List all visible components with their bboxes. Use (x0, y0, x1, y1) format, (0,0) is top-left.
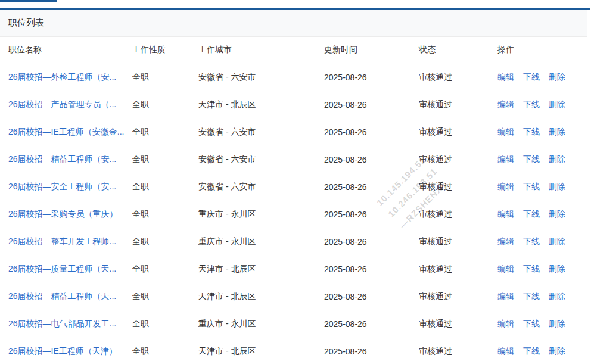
job-table: 职位名称 工作性质 工作城市 更新时间 状态 操作 26届校招—外检工程师（安.… (0, 37, 587, 364)
job-type-cell: 全职 (124, 64, 190, 91)
job-type-cell: 全职 (124, 119, 190, 146)
edit-link[interactable]: 编辑 (497, 209, 514, 219)
offline-link[interactable]: 下线 (523, 237, 540, 246)
column-header-job-name: 职位名称 (0, 37, 124, 64)
row-actions: 编辑 下线 删除 (489, 338, 587, 364)
job-city-cell: 安徽省 - 六安市 (190, 64, 316, 91)
job-type-cell: 全职 (124, 91, 190, 119)
job-title-link[interactable]: 26届校招—外检工程师（安... (8, 72, 116, 82)
job-city-cell: 安徽省 - 六安市 (190, 146, 316, 173)
column-header-city: 工作城市 (190, 37, 316, 64)
edit-link[interactable]: 编辑 (497, 154, 514, 164)
delete-link[interactable]: 删除 (549, 319, 565, 328)
row-actions: 编辑 下线 删除 (489, 201, 587, 228)
row-actions: 编辑 下线 删除 (489, 283, 587, 310)
job-status-cell: 审核通过 (410, 256, 489, 283)
edit-link[interactable]: 编辑 (497, 72, 514, 82)
page-title: 职位列表 (8, 17, 44, 29)
offline-link[interactable]: 下线 (523, 319, 540, 328)
job-updated-cell: 2025-08-26 (316, 146, 410, 173)
delete-link[interactable]: 删除 (549, 237, 565, 246)
job-title-link[interactable]: 26届校招—采购专员（重庆） (8, 209, 118, 219)
edit-link[interactable]: 编辑 (497, 182, 514, 191)
job-city-cell: 天津市 - 北辰区 (190, 256, 316, 283)
job-status-cell: 审核通过 (410, 310, 489, 338)
column-header-updated: 更新时间 (316, 37, 410, 64)
job-status-cell: 审核通过 (410, 119, 489, 146)
delete-link[interactable]: 删除 (549, 99, 565, 109)
edit-link[interactable]: 编辑 (497, 99, 514, 109)
edit-link[interactable]: 编辑 (497, 127, 514, 136)
job-status-cell: 审核通过 (410, 91, 489, 119)
job-title-link[interactable]: 26届校招—IE工程师（安徽金... (8, 127, 124, 136)
job-updated-cell: 2025-08-26 (316, 201, 410, 228)
job-title-link[interactable]: 26届校招—IE工程师（天津） (8, 346, 117, 356)
offline-link[interactable]: 下线 (523, 154, 540, 164)
job-title-cell: 26届校招—产品管理专员（... (0, 91, 124, 119)
column-header-job-type: 工作性质 (124, 37, 190, 64)
edit-link[interactable]: 编辑 (497, 291, 514, 301)
row-actions: 编辑 下线 删除 (489, 310, 587, 338)
edit-link[interactable]: 编辑 (497, 346, 514, 356)
offline-link[interactable]: 下线 (523, 182, 540, 191)
job-title-cell: 26届校招—外检工程师（安... (0, 64, 124, 91)
job-type-cell: 全职 (124, 146, 190, 173)
table-row: 26届校招—质量工程师（天... 全职 天津市 - 北辰区 2025-08-26… (0, 256, 587, 283)
job-status-cell: 审核通过 (410, 146, 489, 173)
job-title-link[interactable]: 26届校招—整车开发工程师... (8, 237, 116, 246)
column-header-actions: 操作 (489, 37, 587, 64)
job-title-cell: 26届校招—精益工程师（安... (0, 146, 124, 173)
column-header-status: 状态 (410, 37, 489, 64)
panel-header: 职位列表 (0, 10, 587, 37)
job-updated-cell: 2025-08-26 (316, 256, 410, 283)
table-row: 26届校招—IE工程师（天津） 全职 天津市 - 北辰区 2025-08-26 … (0, 338, 587, 364)
delete-link[interactable]: 删除 (549, 154, 565, 164)
job-title-link[interactable]: 26届校招—电气部品开发工... (8, 319, 116, 328)
delete-link[interactable]: 删除 (549, 182, 565, 191)
job-title-link[interactable]: 26届校招—产品管理专员（... (8, 99, 116, 109)
offline-link[interactable]: 下线 (523, 346, 540, 356)
job-status-cell: 审核通过 (410, 201, 489, 228)
job-updated-cell: 2025-08-26 (316, 64, 410, 91)
job-updated-cell: 2025-08-26 (316, 228, 410, 256)
row-actions: 编辑 下线 删除 (489, 173, 587, 201)
row-actions: 编辑 下线 删除 (489, 91, 587, 119)
offline-link[interactable]: 下线 (523, 209, 540, 219)
delete-link[interactable]: 删除 (549, 346, 565, 356)
job-type-cell: 全职 (124, 173, 190, 201)
job-title-link[interactable]: 26届校招—安全工程师（安... (8, 182, 116, 191)
job-status-cell: 审核通过 (410, 283, 489, 310)
row-actions: 编辑 下线 删除 (489, 64, 587, 91)
job-status-cell: 审核通过 (410, 64, 489, 91)
job-title-cell: 26届校招—精益工程师（天... (0, 283, 124, 310)
job-updated-cell: 2025-08-26 (316, 338, 410, 364)
delete-link[interactable]: 删除 (549, 291, 565, 301)
delete-link[interactable]: 删除 (549, 209, 565, 219)
job-type-cell: 全职 (124, 338, 190, 364)
edit-link[interactable]: 编辑 (497, 264, 514, 273)
table-row: 26届校招—精益工程师（安... 全职 安徽省 - 六安市 2025-08-26… (0, 146, 587, 173)
offline-link[interactable]: 下线 (523, 264, 540, 273)
job-list-panel: 职位列表 职位名称 工作性质 工作城市 更新时间 状态 操作 26届校招—外检工… (0, 10, 587, 364)
offline-link[interactable]: 下线 (523, 99, 540, 109)
edit-link[interactable]: 编辑 (497, 237, 514, 246)
job-title-link[interactable]: 26届校招—质量工程师（天... (8, 264, 116, 273)
offline-link[interactable]: 下线 (523, 291, 540, 301)
table-row: 26届校招—电气部品开发工... 全职 重庆市 - 永川区 2025-08-26… (0, 310, 587, 338)
delete-link[interactable]: 删除 (549, 127, 565, 136)
job-title-link[interactable]: 26届校招—精益工程师（天... (8, 291, 116, 301)
job-type-cell: 全职 (124, 256, 190, 283)
edit-link[interactable]: 编辑 (497, 319, 514, 328)
job-status-cell: 审核通过 (410, 173, 489, 201)
job-type-cell: 全职 (124, 310, 190, 338)
offline-link[interactable]: 下线 (523, 72, 540, 82)
delete-link[interactable]: 删除 (549, 72, 565, 82)
table-row: 26届校招—安全工程师（安... 全职 安徽省 - 六安市 2025-08-26… (0, 173, 587, 201)
job-type-cell: 全职 (124, 201, 190, 228)
delete-link[interactable]: 删除 (549, 264, 565, 273)
table-row: 26届校招—采购专员（重庆） 全职 重庆市 - 永川区 2025-08-26 审… (0, 201, 587, 228)
offline-link[interactable]: 下线 (523, 127, 540, 136)
table-row: 26届校招—IE工程师（安徽金... 全职 安徽省 - 六安市 2025-08-… (0, 119, 587, 146)
job-title-link[interactable]: 26届校招—精益工程师（安... (8, 154, 116, 164)
job-title-cell: 26届校招—IE工程师（安徽金... (0, 119, 124, 146)
